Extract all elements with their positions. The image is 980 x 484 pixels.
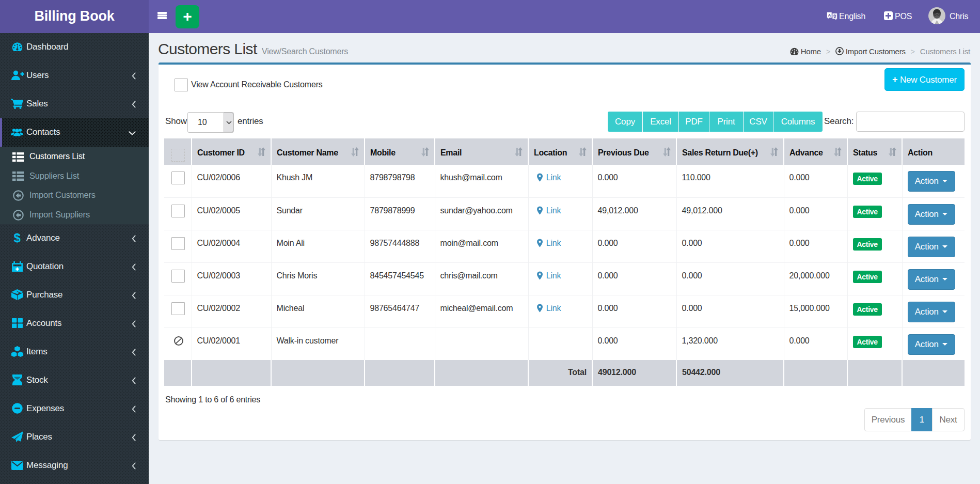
svg-text:A: A [828,13,831,18]
